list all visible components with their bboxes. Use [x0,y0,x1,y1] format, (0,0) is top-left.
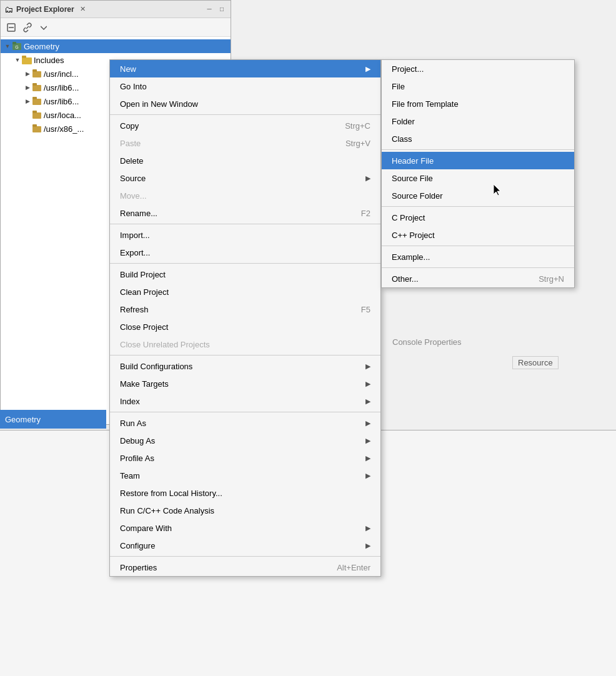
svg-rect-9 [32,69,37,72]
maximize-button[interactable]: □ [217,4,227,14]
tree-toggle-usr-lib64-2[interactable]: ▶ [23,97,32,106]
menu-label-run-analysis: Run C/C++ Code Analysis [120,506,370,515]
menu-item-move[interactable]: Move... [110,187,380,204]
menu-item-make-targets[interactable]: Make Targets ▶ [110,375,380,392]
menu-item-build-project[interactable]: Build Project [110,266,380,283]
menu-item-go-into[interactable]: Go Into [110,77,380,95]
submenu-item-other[interactable]: Other... Strg+N [382,270,574,287]
console-props-bar: Console Properties [387,336,467,348]
menu-item-debug-as[interactable]: Debug As ▶ [110,432,380,449]
tree-toggle-geometry[interactable]: ▼ [3,42,12,51]
menu-item-clean-project[interactable]: Clean Project [110,283,380,301]
menu-label-clean-project: Clean Project [120,287,370,297]
tree-toggle-usr-lib64-1[interactable]: ▶ [23,83,32,92]
menu-shortcut-rename: F2 [361,209,370,218]
submenu-item-source-folder[interactable]: Source Folder [382,187,574,204]
submenu-item-folder[interactable]: Folder [382,112,574,130]
menu-shortcut-copy: Strg+C [345,121,370,131]
menu-arrow-configure: ▶ [365,542,370,550]
menu-item-restore-local[interactable]: Restore from Local History... [110,484,380,502]
svg-rect-11 [32,83,37,86]
close-icon[interactable]: ✕ [80,5,86,13]
menu-label-go-into: Go Into [120,82,370,91]
submenu-item-file[interactable]: File [382,77,574,95]
separator-1 [110,114,380,115]
menu-item-team[interactable]: Team ▶ [110,467,380,484]
menu-item-run-as[interactable]: Run As ▶ [110,414,380,432]
tree-label-usr-lib64-1: /usr/lib6... [44,83,79,92]
menu-label-import: Import... [120,231,370,240]
project-icon: G [12,41,22,51]
tree-item-geometry[interactable]: ▼ G Geometry [1,39,231,53]
menu-item-rename[interactable]: Rename... F2 [110,204,380,222]
svg-rect-12 [32,99,41,105]
menu-shortcut-refresh: F5 [361,305,370,314]
panel-controls: ─ □ [204,4,227,14]
submenu-item-header-file[interactable]: Header File [382,152,574,169]
svg-rect-17 [32,124,37,127]
menu-item-import[interactable]: Import... [110,226,380,244]
geometry-bottom-tab[interactable]: Geometry [0,410,106,429]
menu-label-run-as: Run As [120,419,360,428]
menu-label-properties: Properties [120,563,312,572]
submenu-item-class[interactable]: Class [382,130,574,147]
menu-item-paste[interactable]: Paste Strg+V [110,134,380,152]
menu-item-source[interactable]: Source ▶ [110,169,380,187]
menu-item-profile-as[interactable]: Profile As ▶ [110,449,380,467]
includes-folder-icon [22,55,32,65]
submenu-item-cpp-project[interactable]: C++ Project [382,226,574,244]
menu-label-make-targets: Make Targets [120,379,360,389]
submenu-item-source-file[interactable]: Source File [382,169,574,187]
menu-item-delete[interactable]: Delete [110,152,380,169]
tree-toggle-includes[interactable]: ▼ [13,56,22,64]
menu-item-export[interactable]: Export... [110,244,380,261]
resource-label-area: Resource [512,356,559,369]
panel-title-text: Project Explorer [16,5,74,14]
menu-item-copy[interactable]: Copy Strg+C [110,117,380,134]
menu-label-debug-as: Debug As [120,436,360,445]
menu-shortcut-paste: Strg+V [345,139,370,148]
menu-arrow-compare-with: ▶ [365,524,370,532]
menu-item-new[interactable]: New ▶ [110,60,380,77]
package-icon-4 [32,110,42,120]
separator-6 [110,556,380,557]
submenu-item-file-template[interactable]: File from Template [382,95,574,112]
view-menu-button[interactable] [37,21,51,34]
menu-item-close-project[interactable]: Close Project [110,318,380,336]
submenu-item-c-project[interactable]: C Project [382,209,574,226]
menu-item-index[interactable]: Index ▶ [110,392,380,410]
separator-4 [110,355,380,355]
collapse-all-button[interactable] [4,21,18,34]
submenu-label-folder: Folder [392,117,564,126]
link-editor-button[interactable] [21,21,34,34]
menu-item-refresh[interactable]: Refresh F5 [110,301,380,318]
submenu-separator-2 [382,206,574,207]
svg-rect-16 [32,126,41,132]
svg-line-2 [26,26,29,29]
tree-toggle-usr-incl[interactable]: ▶ [23,69,32,78]
menu-item-run-analysis[interactable]: Run C/C++ Code Analysis [110,502,380,519]
menu-label-copy: Copy [120,121,320,131]
menu-arrow-build-configurations: ▶ [365,362,370,370]
minimize-button[interactable]: ─ [204,4,214,14]
menu-label-close-project: Close Project [120,322,370,332]
svg-rect-10 [32,85,41,91]
menu-item-close-unrelated[interactable]: Close Unrelated Projects [110,336,380,353]
menu-label-close-unrelated: Close Unrelated Projects [120,340,370,349]
package-icon-5 [32,124,42,134]
tree-label-usr-lib64-2: /usr/lib6... [44,97,79,106]
menu-label-refresh: Refresh [120,305,336,314]
menu-item-build-configurations[interactable]: Build Configurations ▶ [110,357,380,375]
menu-item-properties[interactable]: Properties Alt+Enter [110,559,380,576]
context-menu-main: New ▶ Go Into Open in New Window Copy St… [109,59,381,577]
menu-item-open-new-window[interactable]: Open in New Window [110,95,380,112]
separator-2 [110,224,380,224]
menu-item-compare-with[interactable]: Compare With ▶ [110,519,380,537]
tree-label-usr-incl: /usr/incl... [44,69,79,79]
menu-label-delete: Delete [120,156,370,166]
menu-label-configure: Configure [120,541,360,550]
menu-item-configure[interactable]: Configure ▶ [110,537,380,554]
submenu-item-project[interactable]: Project... [382,60,574,77]
submenu-item-example[interactable]: Example... [382,248,574,266]
menu-arrow-new: ▶ [365,65,370,73]
